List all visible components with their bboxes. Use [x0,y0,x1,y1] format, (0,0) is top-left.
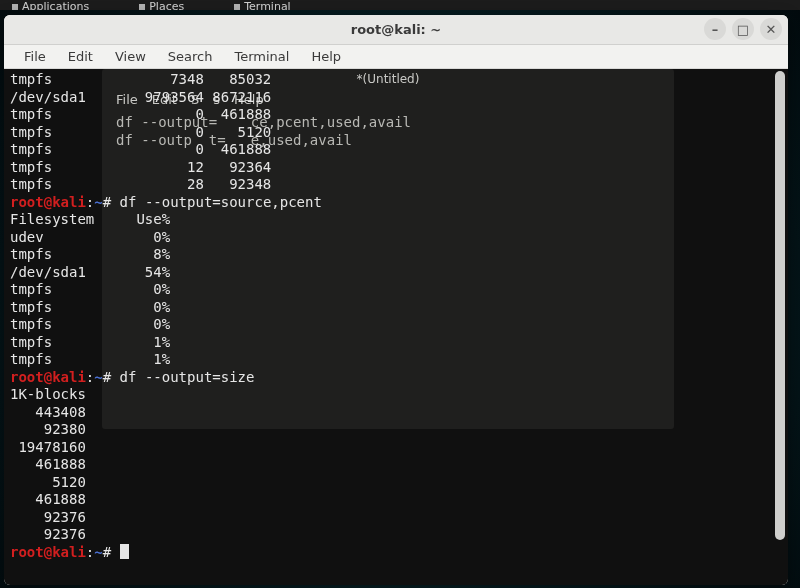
scrollbar[interactable] [774,71,786,581]
pcent-line: /dev/sda1 54% [10,264,170,280]
command-2: df --output=size [120,369,255,385]
panel-places[interactable]: Places [139,0,184,10]
places-icon [139,4,145,10]
command-1: df --output=source,pcent [120,194,322,210]
scrollbar-thumb[interactable] [775,71,785,540]
prompt-user: root@kali [10,369,86,385]
size-line: 92380 [10,421,86,437]
panel-terminal[interactable]: Terminal [234,0,291,10]
prompt-user: root@kali [10,544,86,560]
maximize-button[interactable]: □ [732,18,754,40]
menu-view[interactable]: View [105,47,156,66]
prompt-hash: # [103,194,120,210]
prompt-path: ~ [94,544,102,560]
maximize-icon: □ [737,22,749,37]
close-icon: ✕ [766,22,777,37]
terminal-cursor [120,544,129,559]
close-button[interactable]: ✕ [760,18,782,40]
menu-file[interactable]: File [14,47,56,66]
minimize-button[interactable]: – [704,18,726,40]
pcent-line: tmpfs 1% [10,351,170,367]
pcent-line: Filesystem Use% [10,211,170,227]
prompt-hash: # [103,369,120,385]
prompt-user: root@kali [10,194,86,210]
df-line: tmpfs 7348 85032 [10,71,271,87]
prompt-hash: # [103,544,120,560]
pcent-line: udev 0% [10,229,170,245]
pcent-line: tmpfs 1% [10,334,170,350]
menu-edit[interactable]: Edit [58,47,103,66]
size-line: 443408 [10,404,86,420]
size-line: 92376 [10,526,86,542]
terminal-window: root@kali: ~ – □ ✕ File Edit View Search… [4,15,788,585]
df-line: tmpfs 28 92348 [10,176,271,192]
size-line: 461888 [10,491,86,507]
pcent-line: tmpfs 0% [10,316,170,332]
terminal-output[interactable]: tmpfs 7348 85032 /dev/sda1 9793564 86721… [4,69,788,585]
prompt-path: ~ [94,194,102,210]
df-line: tmpfs 0 461888 [10,141,271,157]
df-line: tmpfs 0 5120 [10,124,271,140]
window-title: root@kali: ~ [351,22,441,37]
menu-search[interactable]: Search [158,47,223,66]
pcent-line: tmpfs 8% [10,246,170,262]
gnome-top-panel: Applications Places Terminal [0,0,800,10]
menu-terminal[interactable]: Terminal [224,47,299,66]
menu-help[interactable]: Help [301,47,351,66]
pcent-line: tmpfs 0% [10,299,170,315]
terminal-body[interactable]: *(Untitled) File Edit S s Help df --outp… [4,69,788,585]
size-line: 19478160 [10,439,86,455]
size-line: 5120 [10,474,86,490]
df-line: tmpfs 12 92364 [10,159,271,175]
df-line: tmpfs 0 461888 [10,106,271,122]
terminal-icon [234,4,240,10]
apps-icon [12,4,18,10]
size-line: 92376 [10,509,86,525]
window-titlebar[interactable]: root@kali: ~ – □ ✕ [4,15,788,45]
window-controls: – □ ✕ [704,18,782,40]
panel-applications[interactable]: Applications [12,0,89,10]
menubar: File Edit View Search Terminal Help [4,45,788,69]
size-line: 461888 [10,456,86,472]
prompt-path: ~ [94,369,102,385]
size-line: 1K-blocks [10,386,86,402]
minimize-icon: – [712,22,719,37]
df-line: /dev/sda1 9793564 8672116 [10,89,271,105]
pcent-line: tmpfs 0% [10,281,170,297]
